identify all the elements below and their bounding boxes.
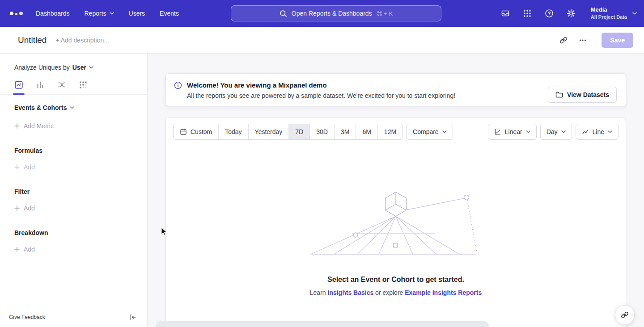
- measurement-tabs: [0, 77, 147, 95]
- chevron-down-icon: [526, 130, 530, 133]
- chart-toolbar: Custom Today Yesterday 7D 30D 3M 6M 12M …: [166, 117, 626, 146]
- search-shortcut: ⌘ + K: [377, 10, 393, 17]
- plus-icon: [14, 205, 20, 211]
- empty-state: Select an Event or Cohort to get started…: [166, 191, 626, 296]
- range-custom[interactable]: Custom: [174, 124, 218, 139]
- flows-tab-icon: [57, 80, 66, 89]
- range-today[interactable]: Today: [218, 124, 248, 139]
- main-content: Welcome! You are viewing a Mixpanel demo…: [148, 54, 644, 327]
- share-link-fab[interactable]: [615, 305, 635, 325]
- empty-state-illustration: [311, 191, 481, 258]
- report-header: Untitled + Add description... Save: [0, 27, 644, 54]
- range-6m[interactable]: 6M: [356, 124, 377, 139]
- chevron-down-icon: [110, 12, 114, 15]
- give-feedback-link[interactable]: Give Feedback: [9, 314, 45, 320]
- linear-scale-icon: [494, 128, 501, 135]
- plus-icon: [14, 247, 20, 252]
- breakdown-section-header: Breakdown: [14, 229, 147, 236]
- chevron-down-icon: [442, 130, 447, 133]
- retention-tab-icon: [79, 80, 88, 89]
- collapse-sidebar-icon: [129, 314, 136, 321]
- svg-text:?: ?: [547, 11, 551, 16]
- info-icon: [174, 81, 182, 89]
- query-builder-sidebar: Analyze Uniques by User Events & Cohorts…: [0, 54, 148, 327]
- nav-item-dashboards[interactable]: Dashboards: [36, 10, 70, 17]
- formulas-section-header: Formulas: [14, 147, 147, 154]
- example-insights-reports-link[interactable]: Example Insights Reports: [405, 289, 482, 296]
- project-dataset: All Project Data: [591, 14, 627, 20]
- copy-link-button[interactable]: [556, 33, 571, 48]
- collapse-sidebar-button[interactable]: [129, 314, 136, 321]
- project-selector[interactable]: Media All Project Data: [588, 6, 637, 20]
- tab-funnels[interactable]: [35, 77, 45, 94]
- range-yesterday[interactable]: Yesterday: [248, 124, 289, 139]
- scale-dropdown[interactable]: Linear: [488, 124, 537, 140]
- nav-item-reports[interactable]: Reports: [85, 10, 114, 17]
- calendar-icon: [180, 128, 187, 135]
- analyze-by-dropdown[interactable]: User: [72, 64, 93, 71]
- tab-flows[interactable]: [57, 77, 67, 94]
- chart-type-dropdown[interactable]: Line: [576, 124, 619, 140]
- apps-grid-icon[interactable]: [522, 8, 532, 18]
- empty-state-subtitle: Learn Insights Basics or explore Example…: [166, 289, 626, 296]
- top-navbar: Dashboards Reports Users Events Open Rep…: [0, 0, 644, 27]
- more-options-button[interactable]: [575, 33, 590, 48]
- add-formula-button[interactable]: Add: [14, 164, 147, 171]
- inbox-icon[interactable]: [500, 8, 510, 18]
- tab-retention[interactable]: [78, 77, 88, 94]
- analyze-label: Analyze Uniques by: [14, 64, 70, 71]
- compare-dropdown[interactable]: Compare: [407, 124, 453, 140]
- gear-icon[interactable]: [566, 8, 576, 18]
- ellipsis-icon: [579, 36, 587, 44]
- banner-body: All the reports you see are powered by a…: [187, 91, 455, 100]
- mixpanel-logo[interactable]: [9, 8, 25, 19]
- nav-item-users[interactable]: Users: [129, 10, 145, 17]
- global-search[interactable]: Open Reports & Dashboards ⌘ + K: [231, 5, 441, 21]
- project-name: Media: [591, 6, 627, 14]
- chevron-down-icon: [89, 66, 93, 69]
- filter-section-header: Filter: [14, 188, 147, 195]
- save-button[interactable]: Save: [602, 33, 633, 48]
- insights-basics-link[interactable]: Insights Basics: [328, 289, 374, 296]
- add-filter-button[interactable]: Add: [14, 205, 147, 212]
- link-icon: [559, 36, 568, 44]
- date-range-picker: Custom Today Yesterday 7D 30D 3M 6M 12M: [173, 124, 403, 140]
- help-icon[interactable]: ?: [544, 8, 554, 18]
- tab-insights[interactable]: [14, 77, 24, 94]
- view-datasets-button[interactable]: View Datasets: [548, 87, 617, 103]
- funnels-tab-icon: [36, 80, 45, 89]
- search-icon: [280, 10, 287, 17]
- search-placeholder: Open Reports & Dashboards: [292, 10, 372, 17]
- plus-icon: [14, 164, 20, 170]
- empty-state-title: Select an Event or Cohort to get started…: [166, 276, 626, 284]
- range-3m[interactable]: 3M: [334, 124, 356, 139]
- bottom-panel-edge: [156, 321, 489, 327]
- chevron-down-icon: [608, 130, 612, 133]
- nav-item-events[interactable]: Events: [160, 10, 179, 17]
- link-icon: [621, 311, 629, 319]
- interval-dropdown[interactable]: Day: [540, 124, 572, 140]
- add-metric-button[interactable]: Add Metric: [14, 122, 147, 130]
- range-30d[interactable]: 30D: [309, 124, 334, 139]
- add-breakdown-button[interactable]: Add: [14, 246, 147, 253]
- line-chart-icon: [582, 128, 589, 135]
- report-description-placeholder[interactable]: + Add description...: [55, 37, 109, 44]
- chevron-down-icon: [561, 130, 566, 133]
- demo-banner: Welcome! You are viewing a Mixpanel demo…: [165, 73, 626, 106]
- insights-tab-icon: [14, 80, 23, 89]
- plus-icon: [14, 123, 20, 129]
- insights-chart-card: Custom Today Yesterday 7D 30D 3M 6M 12M …: [165, 117, 626, 327]
- report-title[interactable]: Untitled: [18, 35, 47, 45]
- banner-title: Welcome! You are viewing a Mixpanel demo: [187, 80, 455, 90]
- chevron-down-icon: [70, 106, 74, 109]
- range-12m[interactable]: 12M: [377, 124, 402, 139]
- chevron-down-icon: [632, 12, 637, 15]
- events-cohorts-section-header[interactable]: Events & Cohorts: [14, 104, 147, 111]
- folder-icon: [555, 91, 563, 98]
- range-7d[interactable]: 7D: [288, 124, 309, 139]
